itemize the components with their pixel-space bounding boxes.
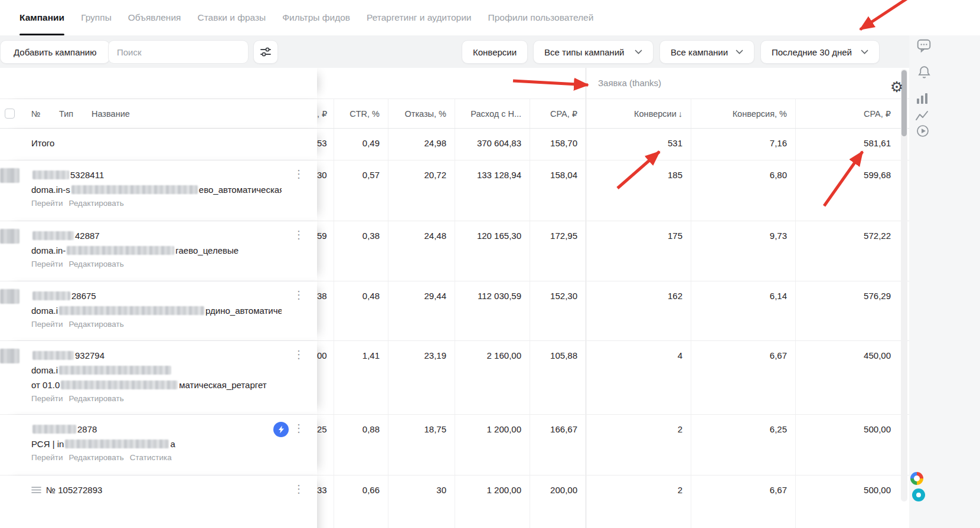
totals-cost: 370 604,83 xyxy=(455,129,530,160)
cell-cut: 38 xyxy=(317,281,334,340)
video-circle-icon[interactable] xyxy=(916,124,930,140)
vertical-scrollbar[interactable] xyxy=(901,69,907,501)
totals-label: Итого xyxy=(31,138,54,148)
gear-icon: ⚙ xyxy=(890,80,903,94)
main-tabs: КампанииГруппыОбъявленияСтавки и фразыФи… xyxy=(0,0,980,35)
col-bounce[interactable]: Отказы, % xyxy=(388,99,455,128)
chat-icon[interactable] xyxy=(916,38,932,55)
edit-link[interactable]: Редактировать xyxy=(69,394,124,403)
bell-icon[interactable] xyxy=(917,65,932,82)
add-campaign-button[interactable]: Добавить кампанию xyxy=(0,40,110,64)
totals-conversions: 531 xyxy=(586,129,691,160)
text-segment: а xyxy=(170,439,175,449)
tab-campaigns[interactable]: Кампании xyxy=(19,0,64,35)
cell-bounce: 30 xyxy=(388,475,455,528)
chevron-down-icon xyxy=(861,50,868,54)
cell-cpa: 172,95 xyxy=(530,221,586,281)
settings-gear-button[interactable]: ⚙ xyxy=(887,76,907,98)
campaign-id: 932794 xyxy=(31,348,282,363)
cell-conv-rate: 6,67 xyxy=(691,475,795,528)
tab-retargeting-audiences[interactable]: Ретаргетинг и аудитории xyxy=(367,0,471,35)
redacted-text xyxy=(32,231,74,240)
bar-chart-icon[interactable] xyxy=(915,91,929,108)
col-cost[interactable]: Расход с Н... xyxy=(455,99,530,128)
go-link[interactable]: Перейти xyxy=(31,199,63,208)
search-input[interactable] xyxy=(117,47,240,57)
select-all-checkbox[interactable] xyxy=(5,109,15,119)
col-conversions-label: Конверсии xyxy=(634,109,677,119)
table-body: 5328411doma.in-sево_автоматическаяПерейт… xyxy=(0,160,909,528)
tab-groups[interactable]: Группы xyxy=(81,0,112,35)
teal-app-icon[interactable] xyxy=(912,488,925,501)
table-row[interactable]: № 105272893⋮330,66301 200,00200,0026,675… xyxy=(0,475,909,528)
goal-group-header[interactable]: Заявка (thanks) xyxy=(586,68,899,99)
row-menu-button[interactable]: ⋮ xyxy=(293,349,304,360)
tab-feed-filters[interactable]: Фильтры фидов xyxy=(282,0,350,35)
go-link[interactable]: Перейти xyxy=(31,453,63,462)
edit-link[interactable]: Редактировать xyxy=(69,320,124,329)
col-conversions[interactable]: Конверсии↓ xyxy=(586,99,691,128)
col-cpa-goal[interactable]: CPA, ₽ xyxy=(795,99,899,128)
row-menu-button[interactable]: ⋮ xyxy=(293,290,304,300)
date-range-filter[interactable]: Последние 30 дней xyxy=(760,40,880,64)
row-menu-button[interactable]: ⋮ xyxy=(293,423,304,434)
go-link[interactable]: Перейти xyxy=(31,394,63,403)
table-row[interactable]: 2878РСЯ | inаПерейтиРедактироватьСтатист… xyxy=(0,415,909,475)
text-segment: 932794 xyxy=(75,350,104,360)
table-row[interactable]: 28675doma.iрдино_автоматическаяПерейтиРе… xyxy=(0,281,909,341)
campaign-name-extra: от 01.0матическая_ретаргет xyxy=(31,378,282,392)
go-link[interactable]: Перейти xyxy=(31,320,63,329)
edit-link[interactable]: Редактировать xyxy=(69,260,124,268)
tab-bids-phrases[interactable]: Ставки и фразы xyxy=(197,0,266,35)
cell-cut: 00 xyxy=(317,341,334,414)
text-segment: 2878 xyxy=(77,424,97,434)
table-row[interactable]: 932794doma.iот 01.0матическая_ретаргетПе… xyxy=(0,341,909,415)
row-menu-button[interactable]: ⋮ xyxy=(293,484,304,494)
col-ctr[interactable]: CTR, % xyxy=(334,99,388,128)
col-num: № xyxy=(31,109,41,119)
campaign-cell: 42887doma.in-гаево_целевыеПерейтиРедакти… xyxy=(0,221,317,281)
col-cut-currency[interactable]: , ₽ xyxy=(317,99,334,128)
blurred-checkbox xyxy=(0,289,19,304)
col-cpa[interactable]: CPA, ₽ xyxy=(530,99,586,128)
pulse-icon[interactable] xyxy=(915,110,929,125)
cell-cpa-goal: 572,22 xyxy=(795,221,899,281)
redacted-text xyxy=(59,306,204,315)
date-range-label: Последние 30 дней xyxy=(772,47,852,57)
campaign-id: 42887 xyxy=(31,228,282,243)
text-segment: 42887 xyxy=(75,231,100,241)
col-conv-rate[interactable]: Конверсия, % xyxy=(691,99,795,128)
campaign-name: doma.in-гаево_целевые xyxy=(31,243,282,258)
table-row[interactable]: 5328411doma.in-sево_автоматическаяПерейт… xyxy=(0,160,909,221)
totals-cut: 53 xyxy=(317,129,334,160)
table-row[interactable]: 42887doma.in-гаево_целевыеПерейтиРедакти… xyxy=(0,221,909,281)
go-link[interactable]: Перейти xyxy=(31,260,63,268)
campaign-id: 28675 xyxy=(31,288,282,303)
search-box[interactable] xyxy=(108,40,249,64)
filters-button[interactable] xyxy=(253,40,278,64)
conversions-button[interactable]: Конверсии xyxy=(462,40,528,64)
cell-cut: 30 xyxy=(317,160,334,221)
campaign-cell: № 105272893⋮ xyxy=(0,475,317,528)
campaign-type-filter[interactable]: Все типы кампаний xyxy=(533,40,654,64)
campaign-links: ПерейтиРедактироватьСтатистика xyxy=(31,453,282,462)
browser-colorful-icon[interactable] xyxy=(910,472,923,485)
cell-conversions: 4 xyxy=(586,341,691,414)
cell-cpa: 105,88 xyxy=(530,341,586,414)
tab-user-profiles[interactable]: Профили пользователей xyxy=(488,0,594,35)
edit-link[interactable]: Редактировать xyxy=(69,453,124,462)
cell-bounce: 29,44 xyxy=(388,281,455,340)
cell-cost: 1 200,00 xyxy=(455,475,530,528)
header-left-cell: № Тип Название xyxy=(0,99,317,128)
cell-bounce: 24,48 xyxy=(388,221,455,281)
campaign-links: ПерейтиРедактировать xyxy=(31,394,282,403)
text-segment: ево_автоматическая xyxy=(199,185,282,195)
row-menu-button[interactable]: ⋮ xyxy=(293,229,304,240)
row-menu-button[interactable]: ⋮ xyxy=(293,169,304,179)
campaign-links: ПерейтиРедактировать xyxy=(31,199,282,208)
edit-link[interactable]: Редактировать xyxy=(69,199,124,208)
stats-link[interactable]: Статистика xyxy=(130,453,172,462)
cell-cost: 1 200,00 xyxy=(455,415,530,475)
campaigns-filter[interactable]: Все кампании xyxy=(659,40,754,64)
tab-ads[interactable]: Объявления xyxy=(128,0,181,35)
